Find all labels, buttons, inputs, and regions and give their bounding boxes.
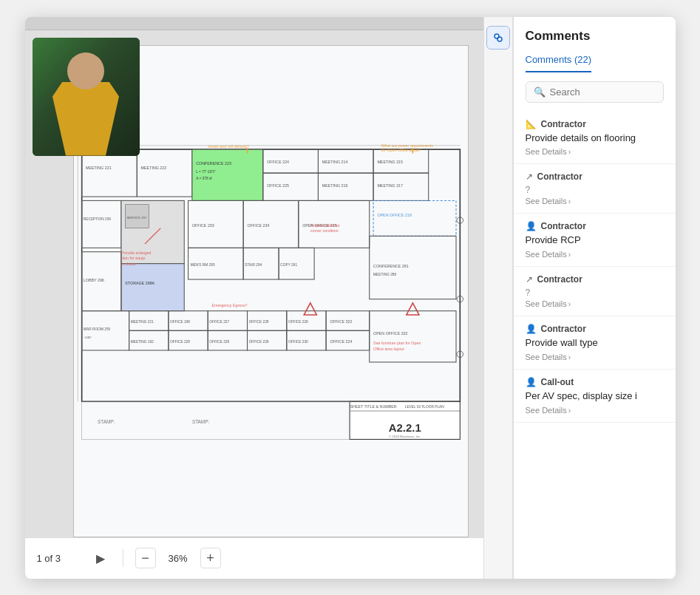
comment-question: ? — [526, 288, 664, 298]
svg-text:OPEN OFFICE 322: OPEN OFFICE 322 — [373, 330, 408, 335]
svg-rect-5 — [191, 149, 262, 200]
comment-type-icon: 👤 — [526, 221, 537, 231]
comment-text: Provide wall type — [526, 337, 664, 350]
svg-text:plan for equip.: plan for equip. — [120, 256, 146, 260]
svg-text:OPEN OFFICE 218: OPEN OFFICE 218 — [377, 212, 412, 217]
svg-text:OFFICE 230: OFFICE 230 — [288, 340, 307, 344]
chevron-right-icon: › — [568, 353, 571, 361]
comment-type-label: Contractor — [541, 324, 586, 334]
toolbar-divider — [123, 549, 123, 567]
doc-toolbar: 1 of 3 ▶ − 36% + — [25, 537, 483, 579]
svg-text:OFFICE 224: OFFICE 224 — [267, 160, 289, 164]
comment-item[interactable]: 👤 Contractor Provide RCP See Details › — [514, 214, 676, 267]
svg-text:RECEPTION 209: RECEPTION 209 — [83, 217, 111, 221]
svg-text:STORAGE 298A: STORAGE 298A — [125, 281, 154, 285]
svg-text:OFFICE 228: OFFICE 228 — [209, 340, 229, 344]
svg-marker-95 — [304, 302, 316, 314]
svg-rect-105 — [81, 401, 349, 439]
see-details-link[interactable]: See Details › — [526, 406, 664, 415]
svg-text:LEVEL 02 FLOOR PLAN: LEVEL 02 FLOOR PLAN — [404, 404, 444, 408]
comment-type-icon: ↗ — [526, 274, 533, 285]
comments-panel: Comments Comments (22) 🔍 📐 Contractor Pr… — [513, 17, 676, 579]
svg-text:OFFICE 234: OFFICE 234 — [247, 222, 269, 227]
comment-type-label: Contractor — [537, 274, 582, 285]
svg-text:MEETING 221: MEETING 221 — [85, 165, 111, 169]
chevron-right-icon: › — [568, 251, 571, 259]
svg-text:SERVICE 297: SERVICE 297 — [126, 215, 146, 219]
svg-text:MEETING 192: MEETING 192 — [130, 340, 153, 344]
comment-item[interactable]: ↗ Contractor ? See Details › — [514, 164, 676, 214]
svg-text:OFFICE 229: OFFICE 229 — [288, 319, 307, 323]
comments-header: Comments Comments (22) — [514, 17, 676, 72]
comment-type-icon: ↗ — [526, 171, 533, 182]
svg-text:LOBBY 296: LOBBY 296 — [83, 278, 103, 282]
svg-text:Emergency Egress?: Emergency Egress? — [211, 303, 247, 307]
link-tool-button[interactable] — [486, 26, 510, 50]
comments-list: 📐 Contractor Provide details on flooring… — [514, 112, 676, 579]
comment-question: ? — [526, 185, 664, 195]
main-container: MEETING 221 MEETING 222 CONFERENCE 223 L… — [25, 17, 676, 579]
comment-item[interactable]: ↗ Contractor ? See Details › — [514, 267, 676, 316]
svg-text:corner condition: corner condition — [310, 228, 338, 233]
zoom-out-button[interactable]: − — [135, 548, 156, 568]
chevron-right-icon: › — [568, 407, 571, 415]
svg-rect-23 — [81, 200, 120, 248]
svg-text:OFFICE 198: OFFICE 198 — [170, 319, 190, 323]
svg-text:A = 378 sf: A = 378 sf — [196, 176, 212, 180]
svg-text:MEETING 286: MEETING 286 — [373, 272, 396, 276]
svg-text:OFFICE 233: OFFICE 233 — [191, 222, 214, 227]
play-button[interactable]: ▶ — [90, 548, 111, 568]
svg-text:for Open Office areas?: for Open Office areas? — [381, 148, 421, 152]
svg-text:OFFICE 225: OFFICE 225 — [267, 183, 289, 188]
page-info: 1 of 3 — [37, 553, 81, 564]
comment-type-icon: 📐 — [526, 119, 537, 129]
svg-rect-62 — [369, 310, 455, 361]
svg-marker-97 — [406, 302, 418, 314]
svg-text:in chase: in chase — [120, 261, 135, 265]
comment-item[interactable]: 👤 Call-out Per AV spec, display size i S… — [514, 370, 676, 423]
ruler-top — [25, 17, 483, 30]
svg-text:STAIR 294: STAIR 294 — [245, 262, 262, 266]
see-details-link[interactable]: See Details › — [526, 299, 664, 308]
svg-text:MEETING 216: MEETING 216 — [322, 183, 347, 188]
svg-text:MEETING 217: MEETING 217 — [377, 183, 403, 188]
svg-text:CONFERENCE 281: CONFERENCE 281 — [373, 264, 409, 268]
svg-text:OFFICE 228: OFFICE 228 — [248, 319, 268, 323]
comment-text: Provide details on flooring — [526, 132, 664, 145]
doc-content-area[interactable]: MEETING 221 MEETING 222 CONFERENCE 223 L… — [25, 30, 483, 537]
chevron-right-icon: › — [568, 300, 571, 308]
svg-text:Office area layout: Office area layout — [373, 346, 404, 350]
svg-text:COPY 261: COPY 261 — [280, 262, 297, 266]
svg-text:L = 77'-10½": L = 77'-10½" — [196, 169, 216, 174]
svg-text:See furniture plan for Open: See furniture plan for Open — [373, 341, 421, 345]
comment-item[interactable]: 📐 Contractor Provide details on flooring… — [514, 112, 676, 165]
svg-text:MEETING 221: MEETING 221 — [130, 319, 153, 323]
svg-text:!: ! — [307, 309, 308, 313]
search-bar[interactable]: 🔍 — [526, 81, 664, 103]
comment-type-icon: 👤 — [526, 377, 537, 387]
see-details-link[interactable]: See Details › — [526, 353, 664, 361]
see-details-link[interactable]: See Details › — [526, 197, 664, 205]
avatar — [33, 38, 140, 156]
comment-item[interactable]: 👤 Contractor Provide wall type See Detai… — [514, 316, 676, 370]
svg-text:MEETING 215: MEETING 215 — [377, 160, 403, 164]
comment-type-label: Contractor — [541, 119, 586, 129]
svg-text:A2.2.1: A2.2.1 — [388, 421, 421, 433]
svg-text:Provide enlarged: Provide enlarged — [120, 250, 150, 254]
see-details-link[interactable]: See Details › — [526, 250, 664, 259]
svg-rect-21 — [373, 200, 456, 236]
svg-text:OFFICE 227: OFFICE 227 — [209, 319, 229, 323]
svg-text:!: ! — [410, 309, 411, 313]
comments-title: Comments — [526, 29, 664, 44]
svg-text:Head and sill details?: Head and sill details? — [208, 143, 249, 148]
svg-text:WAR ROOM 255: WAR ROOM 255 — [83, 327, 110, 331]
comments-tab[interactable]: Comments (22) — [526, 54, 592, 72]
side-toolbar — [483, 17, 513, 579]
see-details-link[interactable]: See Details › — [526, 147, 664, 156]
search-input[interactable] — [550, 86, 674, 98]
chevron-right-icon: › — [568, 197, 571, 205]
svg-text:OFFICE 322: OFFICE 322 — [330, 319, 352, 323]
search-icon: 🔍 — [534, 86, 546, 98]
svg-text:~240°: ~240° — [83, 335, 92, 339]
zoom-in-button[interactable]: + — [200, 548, 221, 568]
